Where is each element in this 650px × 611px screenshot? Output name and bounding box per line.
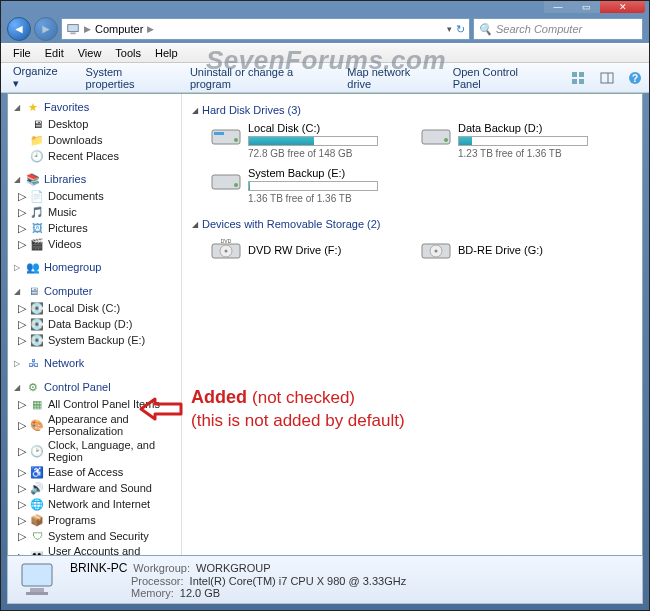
svg-rect-4: [572, 79, 577, 84]
hdd-section-header[interactable]: ◢ Hard Disk Drives (3): [192, 100, 632, 120]
sidebar-item-syssec[interactable]: ▷🛡System and Security: [8, 528, 181, 544]
menu-view[interactable]: View: [72, 45, 108, 61]
drive-data-d[interactable]: Data Backup (D:) 1.23 TB free of 1.36 TB: [420, 122, 610, 159]
map-drive-button[interactable]: Map network drive: [341, 63, 434, 93]
expand-icon: ▷: [18, 206, 26, 219]
search-icon: 🔍: [478, 23, 492, 36]
drive-usage-bar: [248, 136, 378, 146]
sidebar-item-system-e[interactable]: ▷💽System Backup (E:): [8, 332, 181, 348]
library-icon: 📄: [30, 189, 44, 203]
collapse-icon: ◢: [192, 220, 198, 229]
drive-icon: 💽: [30, 333, 44, 347]
cp-icon: 🎨: [30, 418, 44, 432]
device-name: BD-RE Drive (G:): [458, 244, 543, 256]
svg-text:DVD: DVD: [221, 238, 232, 244]
device-name: DVD RW Drive (F:): [248, 244, 341, 256]
sidebar-item-programs[interactable]: ▷📦Programs: [8, 512, 181, 528]
sidebar-item-local-c[interactable]: ▷💽Local Disk (C:): [8, 300, 181, 316]
sidebar-item-clock[interactable]: ▷🕑Clock, Language, and Region: [8, 438, 181, 464]
expand-icon: ▷: [18, 498, 26, 511]
control-panel-group: ◢ ⚙ Control Panel ▷▦All Control Panel It…: [8, 378, 181, 555]
view-mode-icon[interactable]: [570, 69, 586, 87]
library-icon: 🎬: [30, 237, 44, 251]
search-box[interactable]: 🔍 Search Computer: [473, 18, 643, 40]
sidebar-item-downloads[interactable]: 📁Downloads: [8, 132, 181, 148]
sidebar-item-netint[interactable]: ▷🌐Network and Internet: [8, 496, 181, 512]
network-icon: 🖧: [26, 356, 40, 370]
expand-icon: ▷: [18, 514, 26, 527]
svg-point-12: [234, 138, 238, 142]
organize-button[interactable]: Organize ▾: [7, 62, 68, 93]
expand-icon: ▷: [18, 445, 26, 458]
sidebar-item-users[interactable]: ▷👪User Accounts and Family Safety: [8, 544, 181, 555]
breadcrumb-computer[interactable]: Computer: [95, 23, 143, 35]
svg-rect-24: [22, 564, 52, 586]
svg-point-23: [435, 250, 438, 253]
libraries-group: ◢ 📚 Libraries ▷📄Documents ▷🎵Music ▷🖼Pict…: [8, 170, 181, 252]
refresh-icon[interactable]: ↻: [456, 23, 465, 36]
favorites-label: Favorites: [44, 101, 89, 113]
menu-help[interactable]: Help: [149, 45, 184, 61]
drive-usage-bar: [248, 181, 378, 191]
back-button[interactable]: ◄: [7, 17, 31, 41]
svg-rect-2: [572, 72, 577, 77]
menu-file[interactable]: File: [7, 45, 37, 61]
libraries-icon: 📚: [26, 172, 40, 186]
sidebar-item-hardware[interactable]: ▷🔊Hardware and Sound: [8, 480, 181, 496]
sidebar-item-music[interactable]: ▷🎵Music: [8, 204, 181, 220]
control-panel-header[interactable]: ◢ ⚙ Control Panel: [8, 378, 181, 396]
maximize-button[interactable]: ▭: [572, 1, 600, 13]
drive-icon: [210, 122, 242, 150]
computer-large-icon: [18, 560, 60, 600]
sidebar-item-pictures[interactable]: ▷🖼Pictures: [8, 220, 181, 236]
collapse-icon: ◢: [14, 175, 22, 184]
drive-local-c[interactable]: Local Disk (C:) 72.8 GB free of 148 GB: [210, 122, 400, 159]
svg-rect-6: [601, 73, 613, 83]
drive-icon: [420, 122, 452, 150]
drive-free-text: 72.8 GB free of 148 GB: [248, 148, 400, 159]
address-dropdown-icon[interactable]: ▾: [447, 24, 452, 34]
close-button[interactable]: ✕: [600, 1, 645, 13]
menu-tools[interactable]: Tools: [109, 45, 147, 61]
drive-usage-bar: [458, 136, 588, 146]
svg-rect-1: [70, 33, 75, 35]
sidebar-item-documents[interactable]: ▷📄Documents: [8, 188, 181, 204]
sidebar-item-data-d[interactable]: ▷💽Data Backup (D:): [8, 316, 181, 332]
libraries-header[interactable]: ◢ 📚 Libraries: [8, 170, 181, 188]
expand-icon: ▷: [14, 263, 22, 272]
favorites-header[interactable]: ◢ ★ Favorites: [8, 98, 181, 116]
minimize-button[interactable]: —: [544, 1, 572, 13]
library-icon: 🎵: [30, 205, 44, 219]
address-bar[interactable]: ▶ Computer ▶ ▾ ↻: [61, 18, 470, 40]
homegroup-icon: 👥: [26, 260, 40, 274]
uninstall-button[interactable]: Uninstall or change a program: [184, 63, 329, 93]
drive-bar-fill: [249, 137, 314, 145]
drive-system-e[interactable]: System Backup (E:) 1.36 TB free of 1.36 …: [210, 167, 400, 204]
system-properties-button[interactable]: System properties: [80, 63, 172, 93]
search-placeholder: Search Computer: [496, 23, 582, 35]
sidebar-item-ease[interactable]: ▷♿Ease of Access: [8, 464, 181, 480]
expand-icon: ▷: [18, 551, 26, 556]
sidebar-item-videos[interactable]: ▷🎬Videos: [8, 236, 181, 252]
sidebar-item-all-cp[interactable]: ▷▦All Control Panel Items: [8, 396, 181, 412]
forward-button[interactable]: ►: [34, 17, 58, 41]
homegroup-header[interactable]: ▷ 👥 Homegroup: [8, 258, 181, 276]
device-bd-re[interactable]: BD-RE Drive (G:): [420, 236, 610, 264]
expand-icon: ▷: [18, 190, 26, 203]
sidebar-item-appearance[interactable]: ▷🎨Appearance and Personalization: [8, 412, 181, 438]
sidebar-item-desktop[interactable]: 🖥Desktop: [8, 116, 181, 132]
preview-pane-icon[interactable]: [598, 69, 614, 87]
hdd-list: Local Disk (C:) 72.8 GB free of 148 GB D…: [192, 120, 632, 214]
drive-free-text: 1.23 TB free of 1.36 TB: [458, 148, 610, 159]
menu-edit[interactable]: Edit: [39, 45, 70, 61]
processor-label: Processor:: [131, 575, 184, 587]
device-dvd-rw[interactable]: DVD DVD RW Drive (F:): [210, 236, 400, 264]
network-header[interactable]: ▷ 🖧 Network: [8, 354, 181, 372]
open-cp-button[interactable]: Open Control Panel: [447, 63, 546, 93]
sidebar-item-recent[interactable]: 🕘Recent Places: [8, 148, 181, 164]
help-icon[interactable]: ?: [627, 69, 643, 87]
crumb-sep-icon: ▶: [84, 24, 91, 34]
removable-section-header[interactable]: ◢ Devices with Removable Storage (2): [192, 214, 632, 234]
expand-icon: ▷: [18, 238, 26, 251]
computer-header[interactable]: ◢ 🖥 Computer: [8, 282, 181, 300]
